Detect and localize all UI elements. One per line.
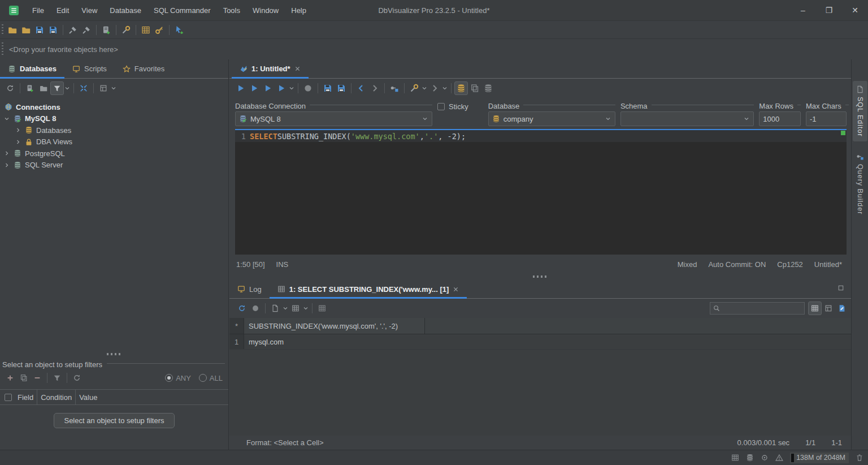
collapse-all-button[interactable] (77, 81, 90, 95)
select-all-checkbox[interactable] (5, 394, 12, 401)
result-cell[interactable]: mysql.com (244, 334, 851, 349)
history-back-button[interactable] (354, 81, 368, 95)
execute-current-button[interactable] (248, 81, 261, 95)
menu-window[interactable]: Window (246, 0, 285, 20)
export-button[interactable] (268, 302, 282, 315)
tree-node-sql-server[interactable]: SQL Server (0, 160, 228, 171)
maximize-results-icon[interactable] (837, 285, 844, 291)
connect-button[interactable] (66, 23, 80, 37)
grid-row-1[interactable]: 1 mysql.com (229, 334, 851, 350)
close-tab-icon[interactable] (294, 66, 301, 72)
stop-button[interactable] (301, 81, 315, 95)
grid-search-input[interactable] (722, 304, 796, 312)
tree-node-databases[interactable]: Databases (0, 124, 228, 136)
code-line-1[interactable]: 1 SELECT SUBSTRING_INDEX('www.mysql.com'… (235, 130, 847, 142)
grid-options-button[interactable] (289, 302, 302, 315)
database-combobox[interactable]: company (488, 111, 615, 126)
results-splitter[interactable] (229, 273, 851, 280)
filter-refresh-button[interactable] (70, 371, 84, 385)
chevron-right-icon[interactable] (15, 127, 21, 134)
chevron-right-icon[interactable] (15, 139, 21, 145)
history-forward-button[interactable] (368, 81, 381, 95)
line-endings[interactable]: Mixed (678, 260, 697, 269)
menu-view[interactable]: View (75, 0, 103, 20)
grid-column-header[interactable]: SUBSTRING_INDEX('www.mysql.com', '.', -2… (244, 318, 425, 334)
column-divider[interactable] (37, 390, 37, 404)
view-as-form-button[interactable] (822, 302, 835, 315)
grid-dropdown-chevron-icon[interactable] (302, 305, 309, 312)
filter-dropdown-chevron-icon[interactable] (64, 85, 71, 92)
setup-filters-button[interactable]: Select an object to setup filters (54, 413, 174, 428)
tree-node-postgresql[interactable]: PostgreSQL (0, 148, 228, 160)
any-radio[interactable] (165, 374, 173, 382)
sticky-checkbox[interactable] (437, 103, 445, 110)
result-as-text-button[interactable] (468, 81, 481, 95)
grid-search-box[interactable] (710, 302, 805, 315)
result-as-grid-button[interactable] (454, 81, 468, 95)
editor-save-as-button[interactable] (335, 81, 348, 95)
max-chars-input[interactable]: -1 (806, 111, 847, 126)
tab-untitled-editor[interactable]: 1: Untitled* (232, 59, 309, 78)
find-dropdown-chevron-icon[interactable] (110, 85, 117, 92)
max-rows-input[interactable]: 1000 (759, 111, 801, 126)
minimize-button[interactable]: – (790, 0, 816, 20)
grid-corner-cell[interactable]: * (229, 318, 244, 334)
sql-editor[interactable]: 1 SELECT SUBSTRING_INDEX('www.mysql.com'… (235, 129, 847, 255)
restore-button[interactable]: ❐ (816, 0, 842, 20)
tree-filter-button[interactable] (50, 81, 64, 95)
menu-edit[interactable]: Edit (50, 0, 75, 20)
driver-manager-button[interactable] (172, 23, 186, 37)
editor-options-button[interactable] (407, 81, 421, 95)
row-number-cell[interactable]: 1 (229, 334, 244, 349)
tree-refresh-button[interactable] (3, 81, 17, 95)
filter-add-button[interactable] (3, 371, 17, 385)
filter-copy-button[interactable] (17, 371, 31, 385)
all-radio[interactable] (199, 374, 207, 382)
export-dropdown-chevron-icon[interactable] (282, 305, 289, 312)
edit-cell-button[interactable] (835, 302, 849, 315)
tab-log[interactable]: Log (229, 280, 270, 298)
menu-tools[interactable]: Tools (217, 0, 246, 20)
menu-sql-commander[interactable]: SQL Commander (147, 0, 217, 20)
table-data-button[interactable] (139, 23, 153, 37)
editor-save-button[interactable] (321, 81, 335, 95)
complete-dropdown-chevron-icon[interactable] (441, 85, 448, 92)
encoding[interactable]: Cp1252 (777, 260, 803, 269)
tree-node-connections[interactable]: Connections (0, 101, 228, 113)
open-file-button[interactable] (6, 23, 19, 37)
toolbar-grip[interactable] (2, 24, 3, 35)
side-tab-query-builder[interactable]: Query Builder (853, 148, 867, 219)
side-tab-sql-editor[interactable]: SQL Editor (853, 81, 867, 141)
save-button[interactable] (33, 23, 46, 37)
tree-node-mysql8[interactable]: MySQL 8 (0, 113, 228, 125)
options-dropdown-chevron-icon[interactable] (421, 85, 428, 92)
statusbar-warning-icon[interactable] (775, 454, 783, 462)
auto-commit-status[interactable]: Auto Commit: ON (708, 260, 766, 269)
execute-explain-button[interactable] (275, 81, 288, 95)
column-divider[interactable] (75, 390, 76, 404)
chevron-down-icon[interactable] (3, 115, 10, 122)
chevron-right-icon[interactable] (3, 150, 10, 157)
connection-combobox[interactable]: MySQL 8 (235, 111, 432, 126)
execute-buffer-button[interactable] (261, 81, 275, 95)
menu-file[interactable]: File (26, 0, 50, 20)
save-as-button[interactable] (46, 23, 60, 37)
open-recent-button[interactable] (19, 23, 33, 37)
execute-button[interactable] (234, 81, 248, 95)
tab-result-set[interactable]: 1: SELECT SUBSTRING_INDEX('www.my... [1] (270, 280, 467, 298)
execute-dropdown-chevron-icon[interactable] (288, 85, 295, 92)
schema-combobox[interactable] (620, 111, 754, 126)
transpose-button[interactable] (315, 302, 329, 315)
filters-splitter[interactable] (0, 351, 228, 358)
tab-favorites[interactable]: Favorites (115, 59, 172, 78)
view-as-grid-button[interactable] (808, 302, 822, 315)
favorites-grip[interactable] (2, 42, 3, 56)
statusbar-database-icon[interactable] (746, 454, 754, 462)
disconnect-button[interactable] (80, 23, 93, 37)
statusbar-grid-icon[interactable] (731, 454, 739, 462)
menu-help[interactable]: Help (285, 0, 313, 20)
stop-result-button[interactable] (249, 302, 262, 315)
tree-find-button[interactable] (97, 81, 110, 95)
tool-properties-button[interactable] (119, 23, 133, 37)
filter-remove-button[interactable] (31, 371, 44, 385)
